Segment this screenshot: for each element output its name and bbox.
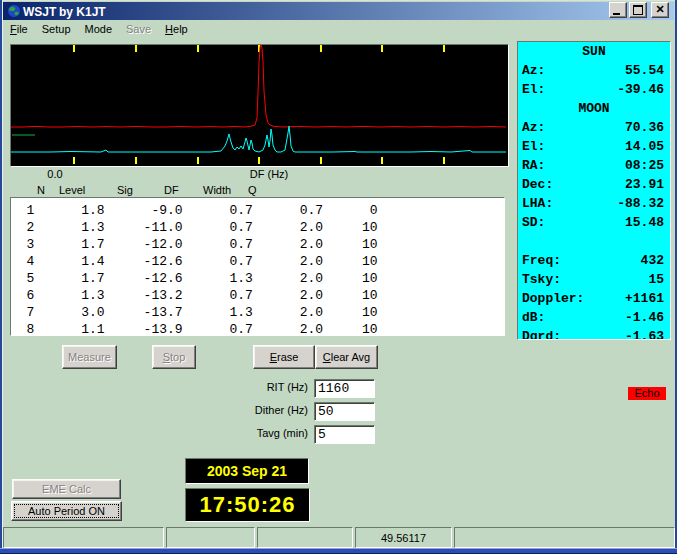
spectrum-plot <box>10 44 509 167</box>
table-row: 3 1.7 -12.0 0.7 2.0 10 <box>11 236 504 253</box>
astro-row-freq: Freq:432 <box>518 252 670 270</box>
astro-section-header: MOON <box>518 100 670 118</box>
time-text: 17:50:26 <box>199 492 295 518</box>
astro-data-panel: SUNAz:55.54El:-39.46MOONAz:70.36El:14.05… <box>517 41 671 340</box>
astro-row-tsky: Tsky:15 <box>518 271 670 289</box>
astro-row-ra: RA:08:25 <box>518 157 670 175</box>
astro-value: 23.91 <box>625 176 664 194</box>
maximize-icon <box>633 5 643 15</box>
menu-item-setup[interactable]: Setup <box>35 22 78 36</box>
astro-label: Doppler: <box>522 290 584 308</box>
astro-label: Dgrd: <box>522 328 561 340</box>
astro-value: 15.48 <box>625 214 664 232</box>
tavg-label: Tavg (min) <box>218 427 308 439</box>
astro-value: 70.36 <box>625 119 664 137</box>
rit-label: RIT (Hz) <box>218 381 308 393</box>
astro-value: -39.46 <box>617 81 664 99</box>
statusbar-panel-2 <box>166 527 255 548</box>
plot-xaxis-label: DF (Hz) <box>238 168 300 180</box>
astro-label: LHA: <box>522 195 553 213</box>
close-button[interactable]: ✕ <box>651 2 669 18</box>
window-title-app: WSJT <box>23 5 56 19</box>
column-header-n: N <box>37 184 45 196</box>
dither-label: Dither (Hz) <box>218 404 308 416</box>
column-header-width: Width <box>203 184 231 196</box>
astro-value: 14.05 <box>625 138 664 156</box>
astro-value: 15 <box>648 271 664 289</box>
column-header-level: Level <box>59 184 85 196</box>
window-resize-border[interactable] <box>0 548 677 554</box>
spectrum-traces <box>11 45 506 164</box>
astro-value: -88.32 <box>617 195 664 213</box>
astro-row-el: El:-39.46 <box>518 81 670 99</box>
statusbar-panel-1 <box>3 527 164 548</box>
window-title-byline: by K1JT <box>59 5 106 19</box>
astro-row-db: dB:-1.46 <box>518 309 670 327</box>
utc-clock-display: 17:50:26 <box>185 488 310 522</box>
astro-label: El: <box>522 81 545 99</box>
plot-origin-label: 0.0 <box>38 168 72 180</box>
window-controls: ✕ <box>608 2 669 18</box>
astro-label: Az: <box>522 62 545 80</box>
table-row: 7 3.0 -13.7 1.3 2.0 10 <box>11 304 504 321</box>
astro-label: dB: <box>522 309 545 327</box>
table-row: 2 1.3 -11.0 0.7 2.0 10 <box>11 219 504 236</box>
statusbar-panel-4: 49.56117 <box>355 527 452 548</box>
erase-button[interactable]: Erase <box>253 345 315 369</box>
dither-input[interactable] <box>314 402 375 421</box>
minimize-button[interactable] <box>609 2 627 18</box>
column-header-sig: Sig <box>117 184 133 196</box>
clear-avg-button[interactable]: Clear Avg <box>315 345 378 369</box>
statusbar-panel-5 <box>454 527 675 548</box>
astro-value: -1.46 <box>625 309 664 327</box>
statusbar-panel-3 <box>257 527 353 548</box>
astro-label: SD: <box>522 214 545 232</box>
menu-item-mode[interactable]: Mode <box>78 22 120 36</box>
minimize-icon <box>613 13 620 15</box>
astro-label: El: <box>522 138 545 156</box>
astro-spacer <box>518 233 670 251</box>
echo-status-badge: Echo <box>628 387 666 400</box>
table-row: 1 1.8 -9.0 0.7 0.7 0 <box>11 202 504 219</box>
rit-input[interactable] <box>314 379 375 398</box>
astro-value: 432 <box>641 252 664 270</box>
menubar: FileSetupModeSaveHelp <box>3 21 674 37</box>
table-row: 6 1.3 -13.2 0.7 2.0 10 <box>11 287 504 304</box>
menu-item-help[interactable]: Help <box>158 22 195 36</box>
auto-period-button[interactable]: Auto Period ON <box>11 501 122 521</box>
astro-row-az: Az:70.36 <box>518 119 670 137</box>
astro-section-header: SUN <box>518 43 670 61</box>
close-icon: ✕ <box>652 2 668 16</box>
astro-value: +1161 <box>625 290 664 308</box>
astro-row-el: El:14.05 <box>518 138 670 156</box>
eme-calc-button[interactable]: EME Calc <box>12 479 121 499</box>
astro-row-lha: LHA:-88.32 <box>518 195 670 213</box>
astro-row-dec: Dec:23.91 <box>518 176 670 194</box>
astro-value: 55.54 <box>625 62 664 80</box>
measure-button[interactable]: Measure <box>62 345 117 369</box>
column-header-q: Q <box>248 184 257 196</box>
table-row: 4 1.4 -12.6 0.7 2.0 10 <box>11 253 504 270</box>
astro-row-sd: SD:15.48 <box>518 214 670 232</box>
maximize-button[interactable] <box>629 2 647 18</box>
astro-label: Freq: <box>522 252 561 270</box>
tavg-input[interactable] <box>314 425 375 444</box>
stop-button[interactable]: Stop <box>152 345 196 369</box>
astro-row-doppler: Doppler:+1161 <box>518 290 670 308</box>
window-border-left-highlight <box>2 0 3 548</box>
astro-label: Az: <box>522 119 545 137</box>
astro-value: 08:25 <box>625 157 664 175</box>
table-row: 5 1.7 -12.6 1.3 2.0 10 <box>11 270 504 287</box>
astro-label: Tsky: <box>522 271 561 289</box>
astro-value: -1.63 <box>625 328 664 340</box>
menu-item-file[interactable]: File <box>3 22 35 36</box>
date-display: 2003 Sep 21 <box>185 458 309 484</box>
measurement-listbox[interactable]: 1 1.8 -9.0 0.7 0.7 0 2 1.3 -11.0 0.7 2.0… <box>10 197 505 336</box>
astro-label: Dec: <box>522 176 553 194</box>
wsjt-window: WSJT by K1JT ✕ FileSetupModeSaveHelp 0.0… <box>0 0 677 554</box>
app-globe-icon <box>7 4 21 18</box>
titlebar[interactable]: WSJT by K1JT <box>3 2 674 20</box>
menu-item-save[interactable]: Save <box>119 22 158 36</box>
astro-row-az: Az:55.54 <box>518 62 670 80</box>
astro-label: RA: <box>522 157 545 175</box>
